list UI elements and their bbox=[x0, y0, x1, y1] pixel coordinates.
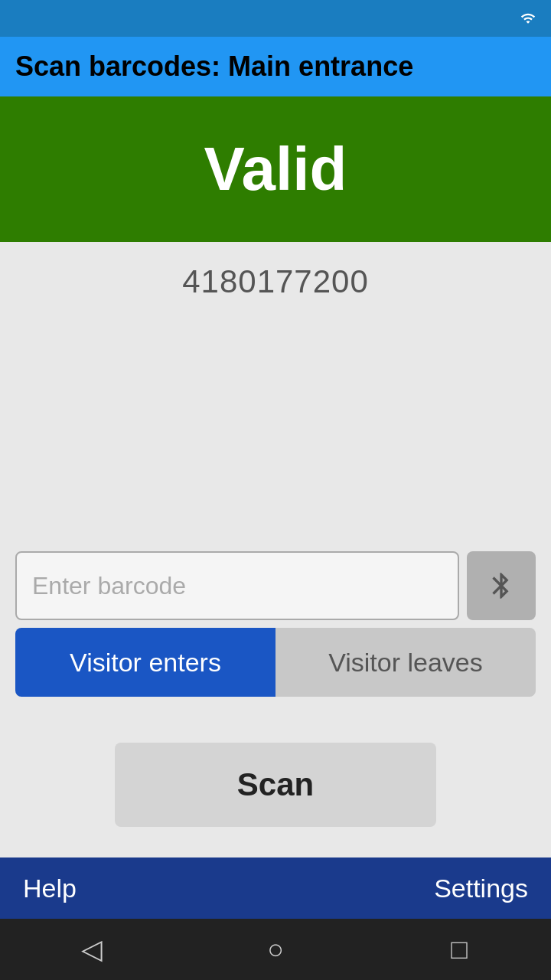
back-icon[interactable]: ◁ bbox=[69, 926, 115, 972]
barcode-input-row bbox=[15, 536, 536, 620]
status-bar bbox=[0, 0, 551, 37]
toggle-row: Visitor enters Visitor leaves bbox=[15, 628, 536, 697]
help-button[interactable]: Help bbox=[23, 874, 77, 903]
app-bar: Scan barcodes: Main entrance bbox=[0, 37, 551, 96]
bluetooth-button[interactable] bbox=[467, 551, 536, 620]
bottom-bar: Help Settings bbox=[0, 858, 551, 919]
nav-bar: ◁ ○ □ bbox=[0, 919, 551, 980]
bluetooth-icon bbox=[486, 570, 517, 601]
valid-text: Valid bbox=[204, 134, 347, 204]
home-icon[interactable]: ○ bbox=[253, 926, 298, 972]
settings-button[interactable]: Settings bbox=[434, 874, 528, 903]
scan-button[interactable]: Scan bbox=[115, 743, 436, 827]
wifi-icon bbox=[517, 11, 539, 26]
visitor-enters-button[interactable]: Visitor enters bbox=[15, 628, 276, 697]
app-bar-title: Scan barcodes: Main entrance bbox=[15, 51, 413, 82]
valid-banner: Valid bbox=[0, 96, 551, 242]
barcode-input[interactable] bbox=[15, 551, 459, 620]
main-content: 4180177200 Visitor enters Visitor leaves… bbox=[0, 242, 551, 858]
barcode-number: 4180177200 bbox=[182, 263, 369, 300]
recents-icon[interactable]: □ bbox=[436, 926, 482, 972]
visitor-leaves-button[interactable]: Visitor leaves bbox=[276, 628, 536, 697]
